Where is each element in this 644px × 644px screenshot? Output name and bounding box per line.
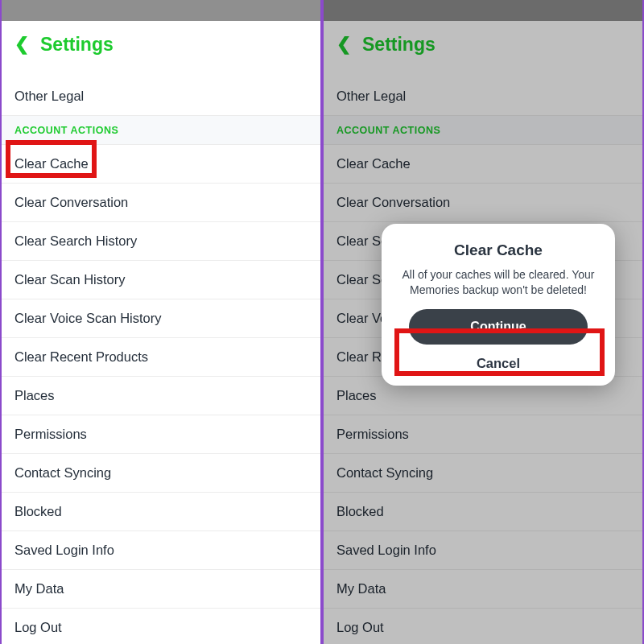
list-item-contact-syncing[interactable]: Contact Syncing [2, 454, 320, 493]
list-item-log-out[interactable]: Log Out [2, 609, 320, 644]
settings-title: Settings [40, 34, 114, 56]
list-item-clear-scan-history[interactable]: Clear Scan History [2, 261, 320, 299]
left-screenshot: ❮ Settings Other Legal ACCOUNT ACTIONS C… [0, 0, 322, 644]
list-item-my-data[interactable]: My Data [2, 570, 320, 609]
list-item-other-legal[interactable]: Other Legal [2, 77, 320, 116]
list-item-saved-login-info[interactable]: Saved Login Info [2, 531, 320, 570]
highlight-continue [394, 328, 605, 376]
list-item-permissions[interactable]: Permissions [2, 415, 320, 454]
back-icon[interactable]: ❮ [14, 34, 29, 55]
list-item-clear-search-history[interactable]: Clear Search History [2, 222, 320, 261]
dialog-body: All of your caches will be cleared. Your… [398, 267, 599, 298]
list-item-clear-recent-products[interactable]: Clear Recent Products [2, 338, 320, 377]
list-item-blocked[interactable]: Blocked [2, 493, 320, 531]
highlight-clear-cache [6, 140, 97, 178]
list-item-clear-conversation[interactable]: Clear Conversation [2, 184, 320, 222]
status-bar-left [2, 0, 320, 21]
settings-header-left: ❮ Settings [2, 21, 320, 68]
list-item-clear-voice-scan-history[interactable]: Clear Voice Scan History [2, 299, 320, 338]
list-item-places[interactable]: Places [2, 377, 320, 415]
dialog-title: Clear Cache [398, 242, 599, 259]
right-screenshot: ❮ Settings Other Legal ACCOUNT ACTIONS C… [322, 0, 644, 644]
